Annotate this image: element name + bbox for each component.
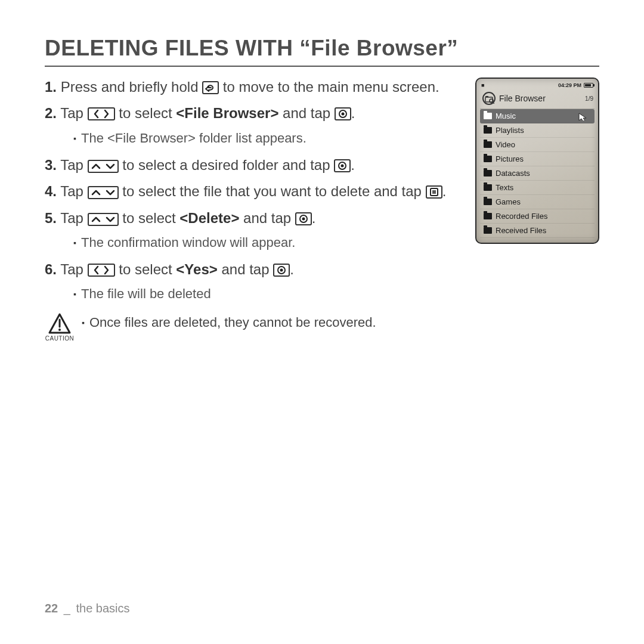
- device-time: 04:29 PM: [558, 82, 581, 88]
- device-list-item: Pictures: [480, 152, 595, 166]
- step-4-number: 4.: [45, 183, 57, 199]
- step-6-text-c: and tap: [218, 261, 273, 277]
- device-folder-list: MusicPlaylistsVideoPicturesDatacastsText…: [480, 109, 595, 238]
- folder-icon: [484, 199, 492, 205]
- device-item-label: Recorded Files: [496, 212, 547, 221]
- instructions-column: 1. Press and briefly hold to move to the…: [45, 78, 475, 342]
- title-rule: [45, 66, 599, 67]
- step-3: 3. Tap to select a desired folder and ta…: [45, 156, 466, 175]
- step-6-text-d: .: [290, 261, 294, 277]
- step-4-text-c: .: [442, 183, 447, 199]
- step-5-text-d: .: [312, 210, 316, 226]
- step-3-text-a: Tap: [60, 157, 87, 173]
- step-4-text-b: to select the file that you want to dele…: [122, 183, 425, 199]
- footer-separator: _: [64, 602, 70, 615]
- step-3-text-c: .: [351, 157, 355, 173]
- step-3-text-b: to select a desired folder and tap: [122, 157, 334, 173]
- device-counter: 1/9: [585, 95, 593, 102]
- menu-button-icon: [426, 185, 442, 199]
- folder-icon: [484, 141, 492, 148]
- device-list-item: Recorded Files: [480, 209, 595, 224]
- device-title: File Browser: [499, 94, 546, 103]
- caution-block: CAUTION Once files are deleted, they can…: [45, 312, 466, 342]
- folder-icon: [484, 227, 492, 234]
- device-list-item: Datacasts: [480, 166, 595, 181]
- device-item-label: Music: [496, 112, 516, 120]
- left-right-icon: [88, 264, 115, 277]
- step-2-text-mid: to select: [119, 105, 176, 121]
- page-footer: 22 _ the basics: [45, 602, 130, 615]
- step-4: 4. Tap to select the file that you want …: [45, 182, 466, 201]
- step-5-text-a: Tap: [60, 210, 87, 226]
- device-item-label: Games: [496, 197, 521, 206]
- step-2: 2. Tap to select <File Browser> and tap …: [45, 104, 466, 123]
- device-item-label: Playlists: [496, 126, 524, 135]
- cursor-pointer-icon: [578, 112, 591, 120]
- folder-icon: [484, 213, 492, 219]
- up-down-icon: [88, 160, 119, 173]
- step-6: 6. Tap to select <Yes> and tap .: [45, 260, 466, 279]
- footer-section: the basics: [76, 602, 130, 615]
- select-button-icon: [334, 159, 351, 172]
- step-5-bold: <Delete>: [179, 210, 239, 226]
- device-screenshot: ■ 04:29 PM File Browser 1/9 MusicPlaylis…: [475, 78, 599, 244]
- device-item-label: Datacasts: [496, 169, 530, 178]
- step-4-text-a: Tap: [60, 183, 87, 199]
- device-status-bar: ■ 04:29 PM: [480, 82, 595, 89]
- step-2-text-d: .: [351, 105, 355, 121]
- file-browser-icon: [482, 92, 496, 105]
- select-button-icon: [335, 107, 351, 120]
- step-5: 5. Tap to select <Delete> and tap .: [45, 209, 466, 228]
- step-3-number: 3.: [45, 157, 57, 173]
- step-2-text-c: and tap: [278, 105, 334, 121]
- step-2-bold: <File Browser>: [176, 105, 278, 121]
- folder-icon: [484, 127, 492, 134]
- step-1: 1. Press and briefly hold to move to the…: [45, 78, 466, 97]
- step-1-text-b: to move to the main menu screen.: [223, 79, 439, 95]
- step-1-number: 1.: [45, 79, 57, 95]
- device-list-item: Texts: [480, 181, 595, 195]
- step-6-sub: The file will be deleted: [73, 286, 466, 302]
- step-2-sub: The <File Browser> folder list appears.: [73, 131, 466, 146]
- device-list-item: Music: [480, 109, 595, 123]
- device-list-item: Video: [480, 138, 595, 152]
- step-2-text-a: Tap: [60, 105, 87, 121]
- folder-icon: [484, 184, 492, 191]
- up-down-icon: [88, 213, 119, 226]
- back-button-icon: [202, 81, 219, 94]
- device-item-label: Video: [496, 140, 515, 149]
- folder-icon: [484, 170, 492, 177]
- device-item-label: Received Files: [496, 226, 546, 235]
- page-title: DELETING FILES WITH “File Browser”: [45, 36, 599, 61]
- step-6-text-mid: to select: [119, 261, 176, 277]
- device-list-item: Playlists: [480, 123, 595, 138]
- caution-icon: [48, 312, 72, 334]
- step-2-number: 2.: [45, 105, 57, 121]
- left-right-icon: [88, 107, 115, 120]
- device-list-item: Received Files: [480, 224, 595, 238]
- device-item-label: Texts: [496, 183, 513, 192]
- battery-icon: [584, 83, 593, 88]
- device-item-label: Pictures: [496, 154, 524, 163]
- up-down-icon: [88, 186, 119, 199]
- select-button-icon: [273, 264, 290, 277]
- step-6-number: 6.: [45, 261, 57, 277]
- footer-page-number: 22: [45, 602, 58, 615]
- folder-icon: [484, 156, 492, 162]
- device-list-item: Games: [480, 195, 595, 209]
- step-5-text-mid: to select: [122, 210, 179, 226]
- folder-icon: [484, 113, 492, 119]
- step-6-text-a: Tap: [60, 261, 87, 277]
- select-button-icon: [295, 212, 312, 225]
- step-6-bold: <Yes>: [176, 261, 217, 277]
- caution-text: Once files are deleted, they cannot be r…: [82, 312, 376, 330]
- step-5-number: 5.: [45, 210, 57, 226]
- step-1-text-a: Press and briefly hold: [61, 79, 202, 95]
- caution-label: CAUTION: [45, 335, 75, 342]
- status-dot: ■: [481, 82, 484, 88]
- step-5-sub: The confirmation window will appear.: [73, 235, 466, 250]
- step-5-text-c: and tap: [239, 210, 295, 226]
